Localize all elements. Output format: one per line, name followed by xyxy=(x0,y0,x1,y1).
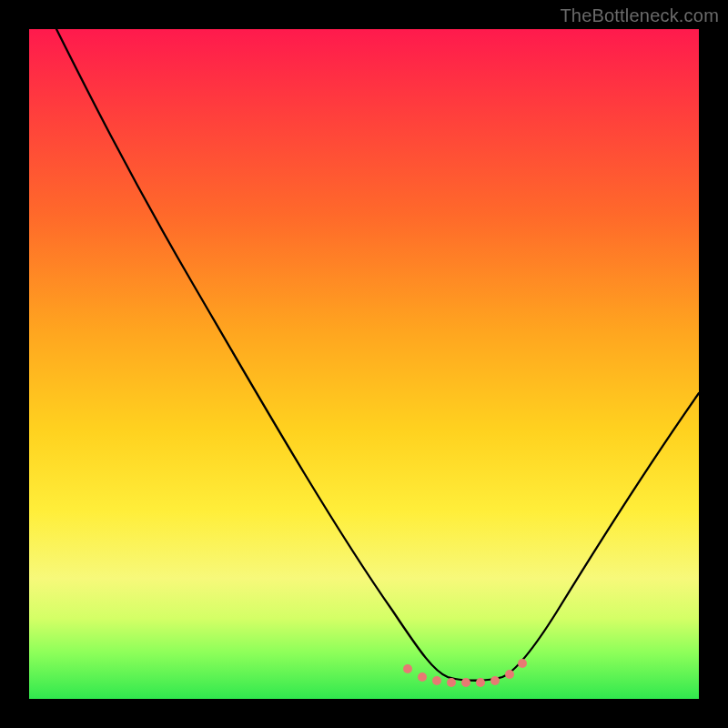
bottom-marker xyxy=(447,678,456,687)
bottom-marker-group xyxy=(403,659,527,687)
bottom-marker xyxy=(490,676,500,685)
plot-area xyxy=(29,29,699,699)
bottom-marker xyxy=(403,664,412,673)
watermark-text: TheBottleneck.com xyxy=(560,5,719,26)
bottom-marker xyxy=(505,670,514,679)
bottom-marker xyxy=(432,676,441,685)
curve-layer xyxy=(29,29,699,699)
bottom-marker xyxy=(418,672,427,682)
bottom-marker xyxy=(476,678,485,687)
bottleneck-curve xyxy=(56,29,699,681)
chart-frame: TheBottleneck.com xyxy=(0,0,728,728)
bottom-marker xyxy=(461,678,470,687)
bottom-marker xyxy=(518,659,527,668)
